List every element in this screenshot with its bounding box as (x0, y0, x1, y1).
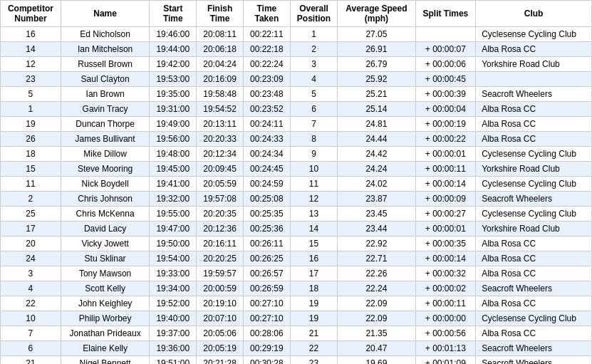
table-cell: Alba Rosa CC (476, 117, 592, 132)
table-cell: 24.81 (338, 117, 415, 132)
header-name: Name (61, 1, 150, 27)
table-cell: 19.69 (338, 356, 415, 365)
table-row: 3Tony Mawson19:33:0019:59:5700:26:571722… (1, 266, 592, 281)
table-cell: 19:53:00 (150, 72, 197, 87)
table-cell: 20:06:18 (197, 42, 244, 57)
table-cell: + 00:00:09 (415, 192, 476, 207)
table-cell: Alba Rosa CC (476, 326, 592, 341)
table-cell: 20:05:19 (197, 341, 244, 356)
table-cell: Ian Mitchelson (61, 42, 150, 57)
table-cell: Jonathan Prideaux (61, 326, 150, 341)
table-cell: Philip Worbey (61, 311, 150, 326)
table-cell: 3 (1, 266, 61, 281)
table-cell: Yorkshire Road Club (476, 222, 592, 236)
table-cell: Alba Rosa CC (476, 296, 592, 311)
table-row: 10Philip Worbey19:40:0020:07:1000:27:101… (1, 311, 592, 326)
table-row: 2Chris Johnson19:32:0019:57:0800:25:0812… (1, 192, 592, 207)
table-cell: 19:54:52 (197, 102, 244, 117)
table-cell: John Keighley (61, 296, 150, 311)
table-cell: 22.09 (338, 311, 415, 326)
table-cell: 00:22:18 (243, 42, 290, 57)
table-cell: 00:24:59 (243, 177, 290, 192)
table-cell: 24.24 (338, 162, 415, 177)
table-cell: 20:05:06 (197, 326, 244, 341)
table-cell: 26.91 (338, 42, 415, 57)
table-cell: 20:12:34 (197, 147, 244, 162)
table-cell: 19:56:00 (150, 132, 197, 147)
table-cell: 22.92 (338, 236, 415, 251)
table-cell: 24.02 (338, 177, 415, 192)
table-cell: + 00:01:13 (415, 341, 476, 356)
table-cell: 00:26:57 (243, 266, 290, 281)
table-cell: Russell Brown (61, 57, 150, 72)
table-cell: 5 (290, 87, 337, 102)
table-cell: + 00:00:27 (415, 207, 476, 222)
table-cell: 20:20:35 (197, 207, 244, 222)
table-cell: 24 (1, 251, 61, 266)
table-cell: Mike Dillow (61, 147, 150, 162)
table-cell: 19:40:00 (150, 311, 197, 326)
header-split-times: Split Times (415, 1, 476, 27)
table-cell: 19:34:00 (150, 281, 197, 296)
table-cell: Saul Clayton (61, 72, 150, 87)
table-cell: 6 (290, 102, 337, 117)
table-cell: + 00:00:02 (415, 281, 476, 296)
table-cell: 17 (1, 222, 61, 236)
table-cell: 7 (290, 117, 337, 132)
table-row: 24Stu Sklinar19:54:0020:20:2500:26:25162… (1, 251, 592, 266)
table-cell: 10 (1, 311, 61, 326)
header-start-time: StartTime (150, 1, 197, 27)
table-cell: Ian Brown (61, 87, 150, 102)
table-cell: 19:36:00 (150, 341, 197, 356)
table-cell: Cyclesense Cycling Club (476, 311, 592, 326)
table-cell: Duncan Thorpe (61, 117, 150, 132)
table-cell: Gavin Tracy (61, 102, 150, 117)
table-cell: 20:21:28 (197, 356, 244, 365)
table-cell: Cyclesense Cycling Club (476, 147, 592, 162)
table-cell: 26 (1, 132, 61, 147)
table-cell: 14 (290, 222, 337, 236)
table-cell: 00:24:45 (243, 162, 290, 177)
table-cell: 20.47 (338, 341, 415, 356)
table-cell: 00:25:36 (243, 222, 290, 236)
table-cell: 00:23:09 (243, 72, 290, 87)
table-cell: + 00:00:14 (415, 177, 476, 192)
table-cell: 19 (290, 311, 337, 326)
table-row: 25Chris McKenna19:55:0020:20:3500:25:351… (1, 207, 592, 222)
table-cell: Alba Rosa CC (476, 266, 592, 281)
table-cell: Seacroft Wheelers (476, 192, 592, 207)
table-cell: 00:27:10 (243, 311, 290, 326)
table-cell: 23 (290, 356, 337, 365)
table-cell: 19:54:00 (150, 251, 197, 266)
table-cell: 20:07:10 (197, 311, 244, 326)
table-cell: + 00:00:01 (415, 222, 476, 236)
table-cell: 18 (290, 281, 337, 296)
table-cell: + 00:00:11 (415, 162, 476, 177)
table-cell: 7 (1, 326, 61, 341)
table-cell: 19:50:00 (150, 236, 197, 251)
header-competitor-number: CompetitorNumber (1, 1, 61, 27)
table-cell: 19:37:00 (150, 326, 197, 341)
table-row: 20Vicky Jowett19:50:0020:16:1100:26:1115… (1, 236, 592, 251)
table-cell: 23.45 (338, 207, 415, 222)
table-cell: Seacroft Wheelers (476, 341, 592, 356)
table-cell: + 00:00:45 (415, 72, 476, 87)
table-cell: 20:12:36 (197, 222, 244, 236)
table-cell: 00:28:06 (243, 326, 290, 341)
table-cell: 19:48:00 (150, 147, 197, 162)
table-cell: 00:26:59 (243, 281, 290, 296)
table-cell: 25.92 (338, 72, 415, 87)
table-cell: Yorkshire Road Club (476, 162, 592, 177)
table-cell (476, 72, 592, 87)
table-row: 21Nigel Bennett19:51:0020:21:2800:30:282… (1, 356, 592, 365)
table-cell: 19 (290, 296, 337, 311)
table-cell: David Lacy (61, 222, 150, 236)
table-cell: Nick Boydell (61, 177, 150, 192)
table-cell: 23.44 (338, 222, 415, 236)
table-cell: 23 (1, 72, 61, 87)
table-cell: 00:25:35 (243, 207, 290, 222)
table-cell: James Bullivant (61, 132, 150, 147)
table-cell: 00:26:11 (243, 236, 290, 251)
table-cell: 8 (290, 132, 337, 147)
table-cell: 19:46:00 (150, 27, 197, 42)
